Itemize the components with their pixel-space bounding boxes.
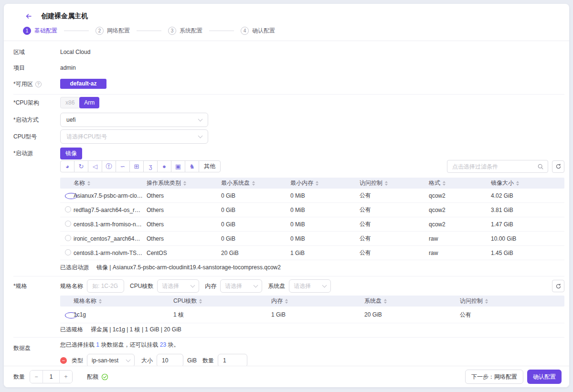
os-neokylin-icon[interactable]: ▣ <box>171 160 185 172</box>
step-3-tab[interactable]: 3系统配置 <box>168 27 202 35</box>
create-baremetal-wizard: 创建裸金属主机 1基础配置2网络配置3系统配置4确认配置 区域 Local Cl… <box>4 4 569 387</box>
table-cell: Others <box>147 192 221 199</box>
flavor-mem-select[interactable]: 请选择 <box>220 279 262 293</box>
column-header[interactable]: 系统盘 <box>364 297 460 305</box>
sort-icon[interactable] <box>384 299 387 304</box>
flavor-table: 规格名称CPU核数内存系统盘访问控制1c1g1 核1 GiB20 GiB公有 <box>60 296 564 323</box>
table-header-row: 名称操作系统类别最小系统盘最小内存访问控制格式镜像大小 <box>60 178 564 189</box>
row-radio[interactable] <box>65 235 71 241</box>
flavor-name-input[interactable] <box>87 279 124 293</box>
sort-icon[interactable] <box>285 299 288 304</box>
column-header[interactable]: 镜像大小 <box>491 179 564 187</box>
table-row[interactable]: centos8.1-arm-fromiso-nolvm-TS...Others0… <box>60 217 564 232</box>
sort-icon[interactable] <box>87 181 90 186</box>
os-fedora-icon[interactable]: ⓕ <box>102 160 116 172</box>
flavor-mem-placeholder: 请选择 <box>225 282 242 290</box>
notice-count-attached: 1 <box>96 341 99 348</box>
instance-count-stepper: − 1 + <box>30 370 73 383</box>
divider <box>13 337 564 338</box>
next-step-button[interactable]: 下一步：网络配置 <box>465 370 523 384</box>
column-header[interactable]: 操作系统类别 <box>147 179 221 187</box>
cpu-model-select[interactable]: 请选择CPU型号 <box>60 129 208 144</box>
sort-icon[interactable] <box>516 181 519 186</box>
column-header[interactable]: 访问控制 <box>360 179 429 187</box>
count-value[interactable]: 1 <box>42 371 60 383</box>
az-option-button[interactable]: default-az <box>60 79 106 89</box>
sort-icon[interactable] <box>183 181 186 186</box>
disk-size-label: 大小 <box>141 357 153 365</box>
flavor-sysdisk-select[interactable]: 请选择 <box>289 279 331 293</box>
boot-mode-select[interactable]: uefi <box>60 113 208 127</box>
row-radio[interactable] <box>65 249 71 255</box>
os-debian-icon[interactable]: ↻ <box>74 160 88 172</box>
count-decrement-button[interactable]: − <box>30 371 42 383</box>
table-row[interactable]: ironic_centos7_aarch64_ft2000_...Others0… <box>60 232 564 246</box>
boot-source-image-tab[interactable]: 镜像 <box>60 148 82 159</box>
row-radio[interactable] <box>65 221 71 227</box>
sort-icon[interactable] <box>252 181 255 186</box>
step-number: 3 <box>168 27 176 35</box>
table-row[interactable]: Asianux7.5-psbc-arm-cloudinit19...Others… <box>60 189 564 203</box>
os-kylin-icon[interactable]: ♞ <box>185 160 199 172</box>
os-deepin-icon[interactable]: ◁ <box>88 160 102 172</box>
table-row[interactable]: 1c1g1 核1 GiB20 GiB公有 <box>60 307 564 323</box>
column-header[interactable]: 格式 <box>429 179 491 187</box>
step-4-tab[interactable]: 4确认配置 <box>241 27 275 35</box>
confirm-config-button[interactable]: 确认配置 <box>527 370 562 384</box>
disk-count-input[interactable] <box>218 354 247 366</box>
disk-size-input[interactable] <box>157 354 183 366</box>
os-centos-icon[interactable]: ◕ <box>60 160 74 172</box>
os-uos-icon[interactable]: ● <box>157 160 171 172</box>
step-connector <box>64 31 89 31</box>
remove-disk-button[interactable]: − <box>60 357 67 364</box>
sort-icon[interactable] <box>443 181 446 186</box>
count-increment-button[interactable]: + <box>60 371 72 383</box>
os-windows-icon[interactable]: ⊞ <box>129 160 144 172</box>
table-cell: 1.47 GiB <box>491 221 564 228</box>
help-icon[interactable]: ? <box>35 81 42 87</box>
flavor-refresh-button[interactable] <box>552 280 564 292</box>
step-1-tab[interactable]: 1基础配置 <box>23 27 57 35</box>
disk-type-value: ip-san-test <box>92 357 118 364</box>
column-header[interactable]: 名称 <box>74 179 147 187</box>
os-euler-icon[interactable]: ʒ <box>143 160 158 172</box>
os-filter-bar: ◕↻◁ⓕ∽⊞ʒ●▣♞其他 <box>60 160 221 172</box>
column-header[interactable]: CPU核数 <box>173 297 271 305</box>
column-header[interactable]: 最小内存 <box>290 179 360 187</box>
table-cell: qcow2 <box>429 221 491 228</box>
instance-count-label: 数量 <box>13 373 25 381</box>
back-button[interactable] <box>23 11 34 22</box>
column-header[interactable]: 访问控制 <box>460 297 564 305</box>
image-refresh-button[interactable] <box>552 160 564 173</box>
chevron-down-icon <box>322 283 327 287</box>
table-cell: 0 GiB <box>221 207 290 213</box>
column-header[interactable]: 最小系统盘 <box>221 179 290 187</box>
boot-source-row: *启动源 镜像 ◕↻◁ⓕ∽⊞ʒ●▣♞其他 <box>13 148 564 272</box>
os-other-button[interactable]: 其他 <box>199 160 221 172</box>
sort-icon[interactable] <box>385 181 388 186</box>
table-row[interactable]: redflag7.5-aarch64-os_release_c...Others… <box>60 203 564 217</box>
sort-icon[interactable] <box>485 299 488 304</box>
flavor-mem-label: 内存 <box>205 282 216 290</box>
column-header[interactable]: 内存 <box>271 297 364 305</box>
form-content: 区域 Local Cloud 项目 admin *可用区 ? default-a… <box>4 41 569 366</box>
step-2-tab[interactable]: 2网络配置 <box>96 27 130 35</box>
az-row: *可用区 ? default-az <box>13 79 564 89</box>
image-filter-input[interactable] <box>452 163 537 170</box>
sort-icon[interactable] <box>199 299 202 304</box>
sort-icon[interactable] <box>316 181 318 186</box>
column-header[interactable]: 规格名称 <box>74 297 173 305</box>
cpu-arch-arm-button[interactable]: Arm <box>79 97 99 108</box>
table-row[interactable]: centos8.1-arm-nolvm-TS200_22...CentOS20 … <box>60 246 564 260</box>
flavor-name-label: 规格名称 <box>60 282 83 290</box>
sort-icon[interactable] <box>99 299 102 304</box>
chosen-boot-source: 已选启动源 镜像 | Asianux7.5-psbc-arm-cloudinit… <box>60 264 564 272</box>
cpu-arch-x86-button[interactable]: x86 <box>60 97 80 108</box>
row-radio[interactable] <box>65 206 71 212</box>
back-arrow-icon <box>25 12 32 20</box>
disk-type-select[interactable]: ip-san-test <box>87 354 135 366</box>
os-opensuse-icon[interactable]: ∽ <box>116 160 130 172</box>
chosen-boot-source-value: 镜像 | Asianux7.5-psbc-arm-cloudinit19.4-s… <box>96 264 281 272</box>
flavor-cpu-select[interactable]: 请选择 <box>157 279 199 293</box>
az-label: *可用区 <box>13 79 33 89</box>
